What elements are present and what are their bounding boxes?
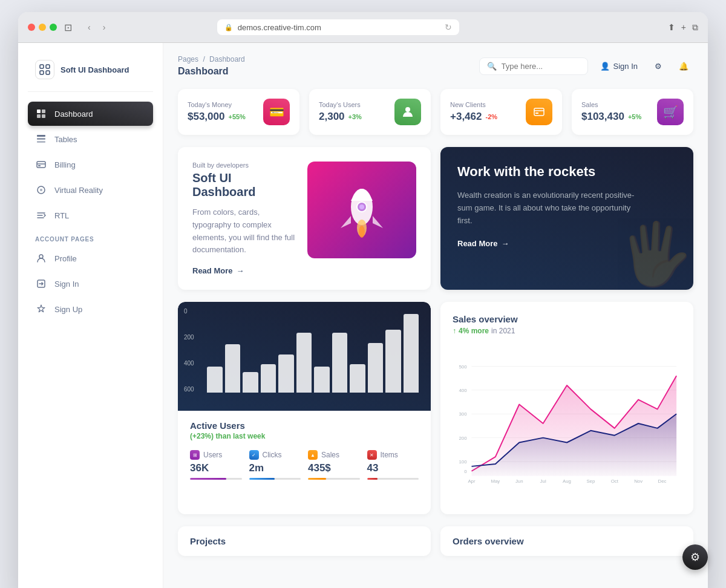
url-text: demos.creative-tim.com [238,23,321,32]
sidebar-toggle-btn[interactable]: ⊡ [64,22,72,33]
chart-bar [314,367,330,393]
breadcrumb-current: Dashboard [209,55,245,64]
stat-card-money: Today's Money $53,000 +55% 💳 [178,89,299,135]
svg-point-15 [40,189,42,191]
sidebar-item-billing[interactable]: Billing [28,152,153,177]
chart-card-body: Active Users (+23%) than last week ⊞ Use… [178,411,431,489]
mid-row: Built by developers Soft UI Dashboard Fr… [178,147,693,290]
svg-text:200: 200 [459,436,468,441]
svg-text:Nov: Nov [634,479,643,485]
svg-rect-9 [37,138,45,140]
notifications-button[interactable]: 🔔 [674,58,693,74]
chart-bar [207,367,223,393]
sales-title: Sales overview [453,314,681,324]
orders-title: Orders overview [453,536,681,546]
svg-text:Apr: Apr [468,479,476,485]
sidebar-item-dashboard-label: Dashboard [54,109,93,119]
stat-money-value: $53,000 +55% [188,111,246,123]
windows-button[interactable]: ⧉ [692,22,698,33]
sidebar-item-tables-label: Tables [54,135,77,144]
browser-chrome: ⊡ ‹ › 🔒 demos.creative-tim.com ↻ ⬆ + ⧉ [18,12,708,43]
sidebar-item-signin-label: Sign In [54,279,79,289]
search-icon: 🔍 [487,62,497,71]
reload-icon[interactable]: ↻ [445,22,452,32]
signup-icon [35,303,47,315]
breadcrumb-root: Pages [178,55,198,64]
build-image [307,162,416,258]
build-read-more[interactable]: Read More → [192,266,298,275]
items-pill-label: Items [381,451,398,459]
items-pill-bar [367,478,419,480]
svg-text:Dec: Dec [658,479,667,485]
rocket-card-description: Wealth creation is an evolutionarily rec… [457,189,639,227]
svg-point-16 [39,255,43,258]
rocket-card: Work with the rockets Wealth creation is… [440,147,693,290]
search-bar[interactable]: 🔍 [479,57,588,75]
account-section-label: ACCOUNT PAGES [28,229,153,246]
stat-clients-label: New Clients [450,101,497,108]
stat-users-icon [394,99,421,125]
browser-nav: ‹ › [84,21,109,33]
svg-rect-6 [37,114,41,118]
svg-text:0: 0 [464,469,467,474]
svg-text:Oct: Oct [611,479,619,485]
sidebar-item-rtl-label: RTL [54,211,69,220]
sales-bar-fill [308,478,326,480]
sidebar: Soft UI Dashboard Dashboard [18,43,163,588]
sales-header: Sales overview ↑ 4% more in 2021 [453,314,681,335]
search-input[interactable] [502,62,580,71]
clicks-bar-fill [249,478,275,480]
sidebar-item-vr-label: Virtual Reality [54,186,103,195]
svg-text:400: 400 [459,388,468,393]
stat-money-change: +55% [228,113,245,120]
stat-pills: ⊞ Users 36K ✓ [190,450,419,480]
forward-button[interactable]: › [99,21,110,33]
sign-in-button[interactable]: 👤 Sign In [595,58,643,74]
bar-chart-y-labels: 600 400 200 0 [184,308,194,393]
url-bar[interactable]: 🔒 demos.creative-tim.com ↻ [217,19,459,35]
close-button[interactable] [28,24,35,31]
settings-fab[interactable]: ⚙ [682,544,708,570]
sidebar-item-tables[interactable]: Tables [28,127,153,151]
svg-rect-5 [42,109,45,113]
stat-card-users: Today's Users 2,300 +3% [309,89,431,135]
orders-section: Orders overview [440,526,693,556]
sidebar-item-profile[interactable]: Profile [28,246,153,270]
sales-pill-bar [308,478,360,480]
sidebar-item-signup[interactable]: Sign Up [28,297,153,321]
svg-text:Jul: Jul [540,479,546,485]
brand-name: Soft UI Dashboard [60,65,129,74]
sidebar-item-rtl[interactable]: RTL [28,203,153,227]
chart-bar [278,354,294,393]
stat-card-clients: New Clients +3,462 -2% [440,89,562,135]
build-title: Soft UI Dashboard [192,171,298,199]
rtl-icon [35,209,47,221]
stat-clients-value: +3,462 -2% [450,111,497,123]
page-header: Pages / Dashboard Dashboard 🔍 👤 Sign In [178,55,693,77]
sidebar-item-signin[interactable]: Sign In [28,272,153,296]
settings-header-button[interactable]: ⚙ [650,58,667,74]
sidebar-item-dashboard[interactable]: Dashboard [28,102,153,126]
items-pill-value: 43 [367,462,419,474]
clicks-pill-value: 2m [249,462,301,474]
stat-users-label: Today's Users [319,101,362,108]
stat-clients-change: -2% [485,113,497,120]
svg-rect-1 [46,65,50,68]
profile-icon [35,252,47,264]
sales-svg: 500 400 300 200 100 0 [453,345,681,502]
share-button[interactable]: ⬆ [668,22,675,33]
bars-container [190,314,419,405]
sales-subtitle: ↑ 4% more in 2021 [453,327,681,335]
svg-rect-13 [38,165,41,166]
stat-users-value: 2,300 +3% [319,111,362,123]
minimize-button[interactable] [39,24,46,31]
new-tab-button[interactable]: + [681,22,686,33]
browser-actions: ⬆ + ⧉ [668,22,698,33]
stat-clients-icon [526,99,552,125]
maximize-button[interactable] [50,24,57,31]
svg-text:500: 500 [459,364,468,370]
back-button[interactable]: ‹ [84,21,94,33]
sidebar-item-virtual-reality[interactable]: Virtual Reality [28,178,153,202]
breadcrumb-section: Pages / Dashboard Dashboard [178,55,245,77]
sidebar-item-profile-label: Profile [54,254,77,263]
